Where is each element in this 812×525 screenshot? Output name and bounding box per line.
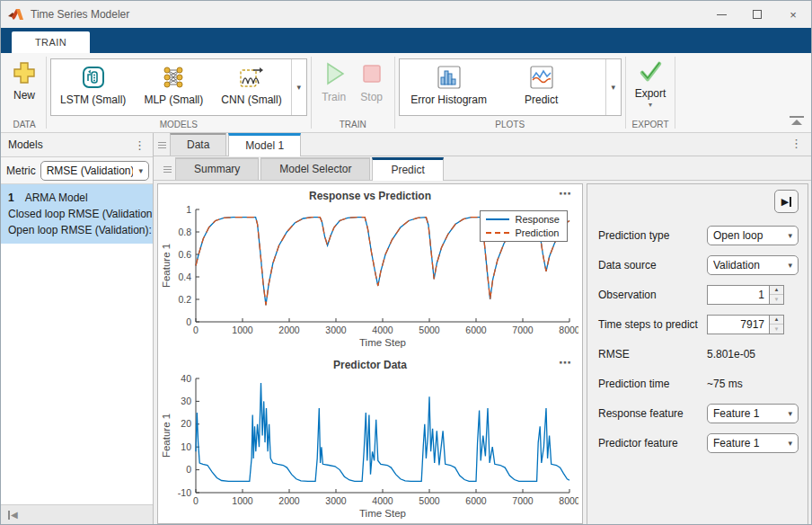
plots-gallery-dropdown-button[interactable]: ▾ [605,59,621,115]
models-gallery: LSTM (Small) [50,58,307,116]
series-predictor [196,383,569,481]
chart-options-icon[interactable]: ⋯ [559,355,571,369]
predictor-feature-dropdown[interactable]: Feature 1 ▾ [707,433,799,453]
plot-error-histogram[interactable]: Error Histogram [400,59,499,115]
chart-options-icon[interactable]: ⋯ [559,186,571,200]
plot-item-label: Error Histogram [410,94,487,107]
maximize-button[interactable] [739,1,775,28]
toolstrip: New DATA LSTM (Small) [1,53,811,133]
predict-plot-icon [528,64,555,91]
x-tick-label: 5000 [419,325,440,335]
new-button-label: New [13,89,35,102]
y-axis-label: Feature 1 [161,414,172,458]
model-template-label: MLP (Small) [144,94,203,107]
model-template-lstm[interactable]: LSTM (Small) [51,59,135,115]
model-list-item-selected[interactable]: 1 ARMA Model Closed loop RMSE (Validatio… [1,184,153,244]
predictor-feature-row: Predictor feature Feature 1 ▾ [598,428,799,458]
collapse-panel-right-button[interactable]: ▶ [774,190,799,213]
section-train-label: TRAIN [338,118,368,132]
legend-entry-prediction: Prediction [486,227,560,238]
rmse-value: 5.801e-05 [707,348,799,360]
section-train: Train Stop TRAIN [312,53,394,132]
tab-grip-icon [161,166,173,173]
collapse-right-icon: ▶ [781,196,789,208]
models-panel-footer: ◀ [1,504,153,524]
document-area: Data Model 1 ⋮ Summary Model Selector Pr… [154,133,811,524]
x-tick-label: 6000 [465,325,487,335]
section-export: Export ▾ EXPORT [626,53,675,132]
prediction-time-row: Prediction time ~75 ms [598,369,799,398]
tab-train[interactable]: TRAIN [12,31,90,53]
tab-model-selector[interactable]: Model Selector [260,157,370,180]
predictor-data-plot: 010002000300040005000600070008000-100102… [160,374,578,520]
spinner-down-icon[interactable]: ▼ [770,295,783,304]
time-steps-input[interactable] [707,315,769,334]
legend-line-prediction [486,232,509,234]
stop-button[interactable]: Stop [353,57,391,107]
model-template-cnn[interactable]: CNN (Small) [212,59,290,115]
tab-summary[interactable]: Summary [175,157,259,180]
collapse-panel-left-button[interactable]: ◀ [8,510,18,520]
legend-label: Response [515,214,560,225]
y-tick-label: 0.2 [178,294,191,305]
document-menu-icon[interactable]: ⋮ [790,137,811,156]
y-tick-label: 0 [186,464,191,475]
data-source-dropdown[interactable]: Validation ▾ [707,255,799,275]
export-button[interactable]: Export ▾ [630,57,672,112]
observation-input[interactable] [707,285,769,305]
x-tick-label: 7000 [512,325,534,335]
prediction-type-label: Prediction type [598,229,707,242]
section-data-label: DATA [11,118,37,132]
tab-predict[interactable]: Predict [372,157,443,181]
metric-dropdown[interactable]: RMSE (Validation) ▾ [40,161,149,181]
window-title: Time Series Modeler [31,8,703,21]
section-plots-label: PLOTS [493,118,526,132]
collapse-left-bar [8,511,10,520]
collapse-ribbon-button[interactable] [790,116,804,127]
prediction-time-label: Prediction time [598,378,707,390]
panel-menu-icon[interactable]: ⋮ [134,138,146,152]
x-tick-label: 8000 [559,325,578,335]
time-steps-spinner: ▲ ▼ [707,315,784,334]
plot-predict[interactable]: Predict [499,59,585,115]
x-tick-label: 2000 [278,325,300,335]
spinner-up-icon[interactable]: ▲ [770,286,783,296]
spinner-up-icon[interactable]: ▲ [770,316,783,325]
collapse-right-bar [790,197,791,207]
tab-data[interactable]: Data [170,132,226,156]
title-bar: Time Series Modeler × [1,1,811,28]
data-source-value: Validation [713,259,782,271]
x-tick-label: 4000 [372,325,393,335]
x-tick-label: 1000 [232,325,253,335]
predictor-feature-label: Predictor feature [598,437,707,449]
y-tick-label: 1 [186,205,191,215]
export-button-label: Export [635,87,666,100]
model-template-mlp[interactable]: MLP (Small) [135,59,212,115]
x-tick-label: 6000 [465,495,487,506]
legend-label: Prediction [515,227,559,238]
train-button-label: Train [322,91,346,103]
models-panel-header: Models ⋮ [1,133,153,157]
models-gallery-dropdown-button[interactable]: ▾ [291,59,306,115]
metric-dropdown-value: RMSE (Validation) [47,165,134,177]
model-template-label: LSTM (Small) [60,94,126,107]
x-tick-label: 5000 [419,495,440,506]
section-export-label: EXPORT [631,118,671,132]
response-feature-dropdown[interactable]: Feature 1 ▾ [707,404,799,423]
minimize-button[interactable] [703,1,739,28]
app-window: Time Series Modeler × TRAIN New DATA [0,0,812,525]
predict-tab-content: Response vs Prediction ⋯ 010002000300040… [154,181,811,524]
y-tick-label: 30 [181,396,191,406]
time-steps-row: Time steps to predict ▲ ▼ [598,309,799,339]
minimize-icon [717,14,727,15]
prediction-type-dropdown[interactable]: Open loop ▾ [707,226,799,245]
close-button[interactable]: × [775,1,811,28]
tab-model-1[interactable]: Model 1 [228,133,301,156]
chevron-down-icon: ▾ [788,261,792,270]
section-models-label: MODELS [158,118,199,132]
y-tick-label: 0.4 [178,271,191,282]
train-button[interactable]: Train [315,57,353,107]
new-button[interactable]: New [6,57,42,105]
spinner-down-icon[interactable]: ▼ [770,325,783,334]
tab-grip-icon [155,142,168,148]
